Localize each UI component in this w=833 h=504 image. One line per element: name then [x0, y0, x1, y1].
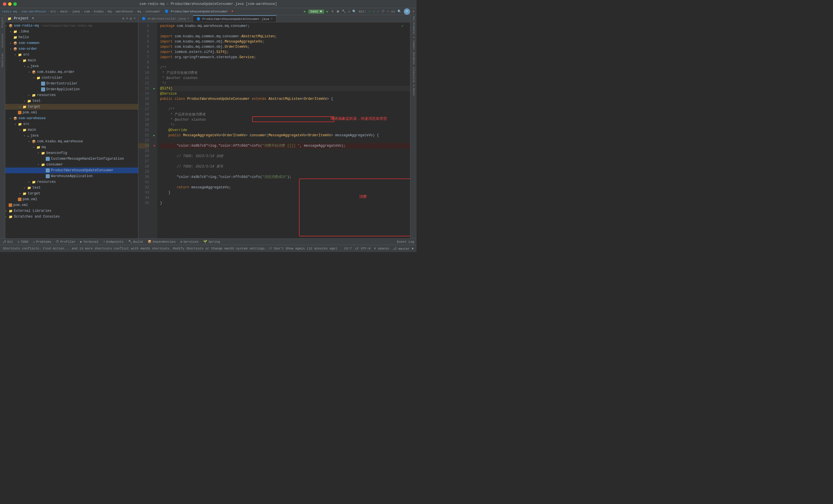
tree-item[interactable]: WarehouseApplication: [5, 173, 138, 179]
settings-icon[interactable]: ⚙: [130, 17, 132, 21]
tree-item[interactable]: ▾📁beanconfig: [5, 150, 138, 156]
spring-button[interactable]: 🌱 Spring: [203, 240, 220, 244]
breadcrumb-item[interactable]: mq: [137, 10, 141, 13]
tree-item[interactable]: OrderApplication: [5, 87, 138, 92]
editor-tabs: 🔵 OrderController.java × 🔵 ProductWareho…: [138, 15, 410, 22]
title-bar: ssm-redis-mq – ProductWarehouseUpdateCon…: [0, 0, 416, 8]
close-button[interactable]: [3, 2, 6, 6]
breadcrumb-item[interactable]: mq: [108, 10, 112, 13]
project-panel: 📁 Project ▼ ⊕ ≡ ⚙ × ▾📦ssm-redis-mq~/work…: [5, 15, 138, 238]
commit-tab[interactable]: Commit: [412, 41, 415, 50]
code-editor[interactable]: 1234567891011121314151617181920212223242…: [138, 22, 410, 238]
breadcrumb: redis-mq › ssm-warehouse › src › main › …: [0, 8, 416, 15]
git-button[interactable]: ⎇ Git: [2, 240, 13, 244]
encoding: LF UTF-8: [355, 247, 371, 250]
breadcrumb-item[interactable]: main: [60, 10, 68, 13]
tree-item[interactable]: ▸📦ssm-common: [5, 40, 138, 46]
tree-item[interactable]: pom.xml: [5, 202, 138, 208]
tree-item[interactable]: ▸📁test: [5, 98, 138, 104]
terminal-button[interactable]: ▶ Terminal: [80, 240, 98, 244]
build-button[interactable]: 🔨 Build: [128, 240, 143, 244]
maven-tab[interactable]: m Maven: [412, 85, 415, 96]
tree-item[interactable]: ▾📦com.ksabu.mq.warehouse: [5, 139, 138, 144]
run-config[interactable]: test ▼: [308, 9, 325, 14]
close-tab-icon[interactable]: ×: [188, 17, 189, 20]
tree-item[interactable]: CustomerMessageHandlerConfiguration: [5, 156, 138, 162]
tree-item[interactable]: ▾📦ssm-redis-mq~/workspace/mq/ssm-redis-m…: [5, 23, 138, 29]
endpoints-button[interactable]: ⚡ Endpoints: [103, 240, 124, 244]
git-branch[interactable]: ⎇ master ▼: [393, 247, 413, 250]
code-gutter: ▶▶●: [151, 22, 157, 238]
status-message: Shortcuts conflicts: Find Action... and …: [3, 247, 344, 250]
tree-item[interactable]: ▾📁controller: [5, 75, 138, 81]
tree-item[interactable]: ▾📁target: [5, 104, 138, 110]
iclassilla-tab[interactable]: iClassilla: [412, 67, 415, 82]
breadcrumb-item[interactable]: com: [84, 10, 90, 13]
breadcrumb-item[interactable]: warehouse: [116, 10, 133, 13]
tree-item[interactable]: ▸📁resources: [5, 179, 138, 185]
tree-item[interactable]: 📁hello: [5, 34, 138, 40]
tab-product-warehouse[interactable]: 🔵 ProductWarehouseUpdateConsumer.java ×: [193, 15, 277, 22]
tree-item[interactable]: ▸📁test: [5, 185, 138, 191]
expand-icon[interactable]: ≡: [126, 17, 128, 21]
tree-item[interactable]: ▸📁Scratches and Consoles: [5, 214, 138, 220]
key-promoter-tab[interactable]: Key Promoter X: [412, 16, 415, 38]
tree-item[interactable]: ▾📁src: [5, 52, 138, 57]
breadcrumb-item[interactable]: ksabu: [94, 10, 104, 13]
close-panel-icon[interactable]: ×: [134, 17, 136, 21]
maximize-button[interactable]: [13, 2, 17, 6]
dependencies-button[interactable]: 📦 Dependencies: [148, 240, 176, 244]
tree-item[interactable]: ▾☕java: [5, 133, 138, 139]
tree-item[interactable]: ▾📦ssm-order: [5, 46, 138, 52]
tree-item[interactable]: OrderController: [5, 81, 138, 87]
minimize-button[interactable]: [8, 2, 11, 6]
left-sidebar-strip: Project Structure Favorites: [0, 15, 5, 238]
project-panel-header: 📁 Project ▼ ⊕ ≡ ⚙ ×: [5, 15, 138, 22]
code-content[interactable]: package com.ksabu.mq.warehouse.mq.consum…: [157, 22, 410, 238]
locate-icon[interactable]: ⊕: [122, 17, 124, 21]
bottom-toolbar: ⎇ Git ☑ TODO ⚠ Problems ⏱ Profiler ▶ Ter…: [0, 238, 416, 245]
problems-button[interactable]: ⚠ Problems: [33, 240, 51, 244]
structure-tab[interactable]: Structure: [1, 33, 4, 48]
event-log-button[interactable]: Event Log: [397, 240, 414, 244]
todo-button[interactable]: ☑ TODO: [18, 240, 28, 244]
project-title: Project: [14, 17, 28, 21]
breadcrumb-item[interactable]: consumer: [145, 10, 161, 13]
breadcrumb-item[interactable]: 🔵 ProductWarehouseUpdateConsumer: [165, 9, 228, 13]
services-button[interactable]: ⚙ Services: [180, 240, 198, 244]
breadcrumb-item[interactable]: java: [72, 10, 79, 13]
tree-item[interactable]: ▾📁consumer: [5, 162, 138, 168]
window-title: ssm-redis-mq – ProductWarehouseUpdateCon…: [140, 2, 277, 6]
tree-item[interactable]: ▾☕java: [5, 63, 138, 69]
cursor-position: 13:7: [344, 247, 352, 250]
status-right: 13:7 LF UTF-8 4 spaces ⎇ master ▼: [344, 247, 413, 250]
tree-item[interactable]: ▾📁src: [5, 121, 138, 127]
tree-item[interactable]: ProductWarehouseUpdateConsumer: [5, 168, 138, 173]
tree-item[interactable]: ▾📦ssm-warehouse: [5, 116, 138, 121]
line-numbers: 1234567891011121314151617181920212223242…: [138, 22, 151, 238]
tree-item[interactable]: ▾📁target: [5, 191, 138, 196]
project-tab[interactable]: Project: [1, 17, 4, 28]
tree-item[interactable]: ▾📁main: [5, 127, 138, 133]
close-tab-icon[interactable]: ×: [271, 17, 272, 21]
tree-item[interactable]: ▾📦com.ksabu.mq.order: [5, 69, 138, 75]
window-controls[interactable]: [3, 2, 17, 6]
tree-item[interactable]: ▸📁resources: [5, 92, 138, 98]
editor-area: 🔵 OrderController.java × 🔵 ProductWareho…: [138, 15, 410, 238]
favorites-tab[interactable]: Favorites: [1, 53, 4, 67]
tree-item[interactable]: ▾📁mq: [5, 144, 138, 150]
tree-item[interactable]: ▸📁External Libraries: [5, 208, 138, 214]
right-sidebar: Key Promoter X Commit Database iClassill…: [410, 15, 416, 238]
tree-item[interactable]: ▾📁main: [5, 57, 138, 63]
breadcrumb-item[interactable]: ssm-warehouse: [21, 10, 46, 13]
tree-item[interactable]: ▸📁.idea: [5, 29, 138, 34]
breadcrumb-item[interactable]: src: [50, 10, 56, 13]
tree-item[interactable]: pom.xml: [5, 110, 138, 116]
database-tab[interactable]: Database: [412, 52, 415, 65]
breadcrumb-item[interactable]: redis-mq: [2, 10, 17, 13]
status-bar: Shortcuts conflicts: Find Action... and …: [0, 245, 416, 252]
profiler-button[interactable]: ⏱ Profiler: [56, 240, 75, 244]
tree-item[interactable]: pom.xml: [5, 196, 138, 202]
tab-order-controller[interactable]: 🔵 OrderController.java ×: [138, 15, 193, 22]
project-tree: ▾📦ssm-redis-mq~/workspace/mq/ssm-redis-m…: [5, 22, 138, 238]
